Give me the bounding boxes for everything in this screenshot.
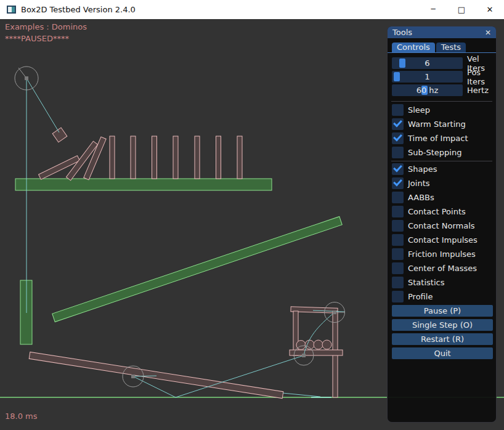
- restart-button[interactable]: Restart (R): [392, 333, 493, 345]
- checkbox-aabbs[interactable]: AABBs: [392, 192, 492, 203]
- checkbox-box[interactable]: [392, 192, 404, 203]
- slider-row-pos-iters: 1Pos Iters: [392, 71, 492, 83]
- slider-value: 60 hz: [392, 84, 463, 96]
- quit-button[interactable]: Quit: [392, 347, 493, 359]
- checkbox-group-draw: ShapesJointsAABBsContact PointsContact N…: [392, 163, 492, 302]
- window-title: Box2D Testbed Version 2.4.0: [21, 5, 136, 14]
- checkbox-label: Statistics: [408, 278, 444, 287]
- joint-line: [26, 78, 59, 132]
- checkbox-time-of-impact[interactable]: Time of Impact: [392, 132, 492, 144]
- physics-canvas: Examples : Dominos ****PAUSED**** 18.0 m…: [0, 19, 504, 430]
- box2d-testbed-window: { "window": { "title": "Box2D Testbed Ve…: [0, 0, 504, 430]
- tab-controls[interactable]: Controls: [392, 43, 435, 52]
- slider-vel-iters[interactable]: 6: [392, 57, 463, 69]
- checkbox-profile[interactable]: Profile: [392, 291, 492, 302]
- checkbox-joints[interactable]: Joints: [392, 177, 492, 189]
- checkbox-checked-icon[interactable]: [392, 177, 404, 189]
- body-origin-marker: [131, 375, 135, 378]
- close-icon[interactable]: ✕: [476, 0, 504, 19]
- table-ball: [322, 340, 331, 349]
- body-origin-marker: [302, 354, 306, 357]
- slider-row-hertz: 60 hzHertz: [392, 84, 492, 96]
- example-label: Examples : Dominos: [5, 22, 87, 31]
- slider-label: Pos Iters: [467, 68, 492, 86]
- paused-label: ****PAUSED****: [5, 34, 69, 43]
- app-icon-right: [12, 7, 15, 12]
- checkbox-checked-icon[interactable]: [392, 132, 404, 144]
- separator: [391, 101, 492, 102]
- checkbox-box[interactable]: [392, 220, 404, 232]
- checkbox-group-solver: SleepWarm StartingTime of ImpactSub-Step…: [392, 104, 492, 158]
- maximize-icon[interactable]: □: [447, 0, 476, 19]
- table-ball: [296, 341, 306, 350]
- checkbox-label: Contact Impulses: [408, 235, 478, 245]
- body-origin-marker: [25, 76, 28, 80]
- tab-tests[interactable]: Tests: [436, 43, 466, 52]
- tools-panel: Tools ✕ ControlsTests 6Vel Iters1Pos Ite…: [387, 26, 497, 423]
- checkbox-sub-stepping[interactable]: Sub-Stepping: [392, 147, 492, 158]
- slider-hertz[interactable]: 60 hz: [392, 84, 463, 96]
- pause-button[interactable]: Pause (P): [392, 305, 493, 317]
- checkbox-label: Shapes: [408, 164, 437, 174]
- pendulum-box: [52, 128, 67, 142]
- checkbox-label: Friction Impulses: [408, 249, 476, 259]
- ramp: [52, 216, 343, 322]
- window-titlebar[interactable]: Box2D Testbed Version 2.4.0 ─ □ ✕: [0, 0, 504, 19]
- checkbox-center-of-masses[interactable]: Center of Masses: [392, 262, 492, 274]
- checkbox-box[interactable]: [392, 291, 404, 302]
- frame-time-label: 18.0 ms: [5, 412, 38, 421]
- checkbox-label: Sub-Stepping: [408, 148, 461, 157]
- slider-value: 1: [392, 71, 463, 83]
- seesaw-plank: [29, 352, 283, 398]
- minimize-icon[interactable]: ─: [419, 0, 447, 19]
- checkbox-contact-points[interactable]: Contact Points: [392, 206, 492, 217]
- domino: [237, 136, 242, 179]
- checkbox-label: Joints: [408, 179, 430, 188]
- tools-panel-body: ControlsTests 6Vel Iters1Pos Iters60 hzH…: [388, 38, 496, 359]
- checkbox-checked-icon[interactable]: [392, 118, 404, 130]
- checkbox-box[interactable]: [392, 147, 404, 158]
- button-group: Pause (P)Single Step (O)Restart (R)Quit: [392, 305, 492, 359]
- app-icon: [7, 6, 16, 14]
- checkbox-contact-impulses[interactable]: Contact Impulses: [392, 234, 492, 246]
- checkbox-label: AABBs: [408, 193, 434, 202]
- checkbox-box[interactable]: [392, 277, 404, 288]
- checkbox-label: Sleep: [408, 105, 430, 115]
- checkbox-checked-icon[interactable]: [392, 163, 404, 175]
- checkbox-box[interactable]: [392, 206, 404, 217]
- window-controls: ─ □ ✕: [419, 0, 504, 19]
- tools-panel-titlebar[interactable]: Tools ✕: [388, 26, 496, 38]
- checkbox-label: Center of Masses: [408, 264, 477, 273]
- panel-close-icon[interactable]: ✕: [485, 28, 491, 37]
- checkbox-statistics[interactable]: Statistics: [392, 277, 492, 288]
- slider-group: 6Vel Iters1Pos Iters60 hzHertz: [392, 57, 492, 96]
- domino-platform: [15, 179, 272, 190]
- slider-value: 6: [392, 57, 463, 69]
- checkbox-warm-starting[interactable]: Warm Starting: [392, 118, 492, 130]
- checkbox-friction-impulses[interactable]: Friction Impulses: [392, 248, 492, 260]
- checkbox-contact-normals[interactable]: Contact Normals: [392, 220, 492, 232]
- domino: [152, 136, 157, 179]
- table-shelf: [290, 350, 343, 355]
- slider-label: Hertz: [467, 86, 489, 95]
- table-ball: [314, 340, 323, 349]
- domino: [216, 136, 221, 179]
- separator: [391, 161, 492, 161]
- checkbox-box[interactable]: [392, 104, 404, 116]
- domino: [173, 136, 178, 179]
- table-left-post: [293, 311, 298, 355]
- tab-underline: [388, 52, 496, 53]
- slider-pos-iters[interactable]: 1: [392, 71, 463, 83]
- single-step-button[interactable]: Single Step (O): [392, 319, 493, 331]
- checkbox-label: Contact Points: [408, 207, 466, 216]
- checkbox-box[interactable]: [392, 234, 404, 246]
- checkbox-label: Contact Normals: [408, 221, 475, 230]
- domino: [110, 136, 115, 179]
- checkbox-sleep[interactable]: Sleep: [392, 104, 492, 116]
- domino: [131, 136, 136, 179]
- checkbox-shapes[interactable]: Shapes: [392, 163, 492, 175]
- body-origin-marker: [333, 310, 336, 314]
- checkbox-box[interactable]: [392, 248, 404, 260]
- tools-panel-title: Tools: [392, 28, 412, 37]
- checkbox-box[interactable]: [392, 262, 404, 274]
